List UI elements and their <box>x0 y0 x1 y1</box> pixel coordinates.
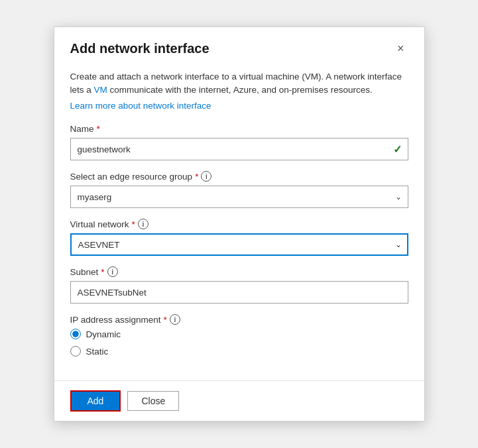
ip-assignment-field-group: IP address assignment * i Dynamic Static <box>70 314 408 357</box>
dynamic-radio-text: Dynamic <box>86 329 121 339</box>
name-label: Name * <box>70 124 408 134</box>
add-network-interface-dialog: Add network interface × Create and attac… <box>54 27 425 422</box>
name-input[interactable] <box>70 138 408 160</box>
static-radio-text: Static <box>86 347 109 357</box>
ip-assignment-info-icon[interactable]: i <box>170 314 180 325</box>
dialog-description: Create and attach a network interface to… <box>70 70 408 97</box>
name-valid-check: ✓ <box>393 143 402 156</box>
resource-group-field-group: Select an edge resource group * i ⌄ <box>70 171 408 208</box>
learn-more-link[interactable]: Learn more about network interface <box>70 101 211 111</box>
resource-group-input[interactable] <box>70 186 408 208</box>
resource-group-info-icon[interactable]: i <box>201 171 211 182</box>
virtual-network-field-group: Virtual network * i ⌄ <box>70 219 408 256</box>
dialog-close-button[interactable]: × <box>393 40 408 57</box>
subnet-input-wrapper <box>70 281 408 304</box>
dialog-overlay: Add network interface × Create and attac… <box>0 0 478 448</box>
name-field-group: Name * ✓ <box>70 124 408 160</box>
static-radio-label[interactable]: Static <box>70 346 408 357</box>
ip-assignment-label: IP address assignment * i <box>70 314 408 325</box>
static-radio-input[interactable] <box>70 346 81 357</box>
dialog-footer: Add Close <box>54 380 424 421</box>
subnet-field-group: Subnet * i <box>70 266 408 304</box>
subnet-required-star: * <box>101 267 104 277</box>
resource-group-required-star: * <box>195 172 198 182</box>
close-button[interactable]: Close <box>127 391 179 411</box>
virtual-network-label: Virtual network * i <box>70 219 408 229</box>
dynamic-radio-input[interactable] <box>70 329 81 339</box>
dynamic-radio-label[interactable]: Dynamic <box>70 329 408 339</box>
subnet-label: Subnet * i <box>70 266 408 277</box>
name-input-wrapper: ✓ <box>70 138 408 160</box>
virtual-network-select-wrapper: ⌄ <box>70 233 408 256</box>
dialog-title: Add network interface <box>70 41 209 56</box>
resource-group-select-wrapper: ⌄ <box>70 186 408 208</box>
vm-link[interactable]: VM <box>94 85 107 95</box>
dialog-body: Create and attach a network interface to… <box>54 65 424 381</box>
add-button[interactable]: Add <box>70 390 121 412</box>
virtual-network-input[interactable] <box>70 233 408 256</box>
ip-assignment-radio-group: Dynamic Static <box>70 329 408 357</box>
dialog-header: Add network interface × <box>54 27 424 65</box>
virtual-network-info-icon[interactable]: i <box>138 219 149 229</box>
ip-assignment-required-star: * <box>164 315 167 325</box>
resource-group-label: Select an edge resource group * i <box>70 171 408 182</box>
name-required-star: * <box>97 124 100 134</box>
subnet-info-icon[interactable]: i <box>107 266 118 277</box>
virtual-network-required-star: * <box>132 219 135 229</box>
subnet-input[interactable] <box>70 281 408 304</box>
